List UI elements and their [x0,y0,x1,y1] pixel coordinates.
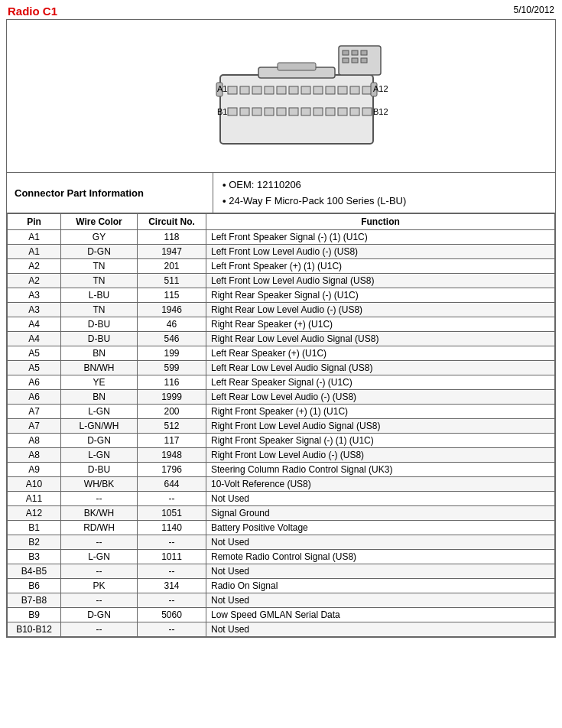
info-section: Connector Part Information OEM: 12110206… [7,173,555,213]
svg-rect-32 [361,50,367,55]
table-row: A4D-BU46Right Rear Speaker (+) (U1C) [8,317,555,332]
cell-wire: BN [61,346,138,361]
header-wire: Wire Color [61,214,138,230]
svg-rect-4 [265,86,274,94]
svg-rect-8 [313,86,323,94]
svg-rect-22 [338,108,347,115]
cell-pin: A10 [8,477,61,492]
oem-series: 24-Way F Micro-Pack 100 Series (L-BU) [223,195,406,206]
cell-function: Left Rear Speaker (+) (U1C) [206,346,555,361]
svg-rect-16 [265,108,274,115]
cell-circuit: 199 [138,346,206,361]
cell-function: Low Speed GMLAN Serial Data [206,608,555,622]
cell-wire: RD/WH [61,521,138,535]
cell-circuit: 644 [138,477,206,492]
svg-rect-17 [277,108,286,115]
cell-circuit: 1051 [138,506,206,521]
svg-rect-12 [362,86,372,94]
table-row: A5BN/WH599Left Rear Low Level Audio Sign… [8,361,555,375]
svg-text:A1: A1 [217,84,227,93]
cell-circuit: 546 [138,332,206,346]
cell-wire: D-GN [61,608,138,622]
table-row: A11----Not Used [8,492,555,506]
page-title: Radio C1 [8,5,57,18]
connector-info-cell: Connector Part Information [7,173,213,213]
cell-function: Left Rear Low Level Audio (-) (US8) [206,390,555,405]
cell-pin: A8 [8,448,61,463]
diagram-section: A1 B1 A12 B12 [7,20,555,173]
table-row: B7-B8----Not Used [8,593,555,608]
table-row: A6BN1999Left Rear Low Level Audio (-) (U… [8,390,555,405]
table-row: B2----Not Used [8,535,555,550]
cell-circuit: 46 [138,317,206,332]
cell-wire: BN [61,390,138,405]
cell-function: Not Used [206,535,555,550]
cell-function: Right Front Low Level Audio Signal (US8) [206,419,555,434]
table-row: A3L-BU115Right Rear Speaker Signal (-) (… [8,288,555,303]
svg-rect-24 [362,108,372,115]
table-row: B1RD/WH1140Battery Positive Voltage [8,521,555,535]
cell-wire: D-BU [61,317,138,332]
header-circuit: Circuit No. [138,214,206,230]
cell-circuit: 1011 [138,550,206,564]
cell-wire: -- [61,492,138,506]
cell-circuit: 511 [138,274,206,288]
cell-wire: TN [61,274,138,288]
table-row: B6PK314Radio On Signal [8,579,555,593]
cell-wire: D-BU [61,332,138,346]
table-row: B3L-GN1011Remote Radio Control Signal (U… [8,550,555,564]
table-row: A9D-BU1796Steering Column Radio Control … [8,463,555,477]
table-row: A2TN511Left Front Low Level Audio Signal… [8,274,555,288]
cell-pin: A3 [8,303,61,317]
svg-rect-35 [361,58,367,63]
cell-circuit: 117 [138,434,206,448]
cell-circuit: 115 [138,288,206,303]
cell-wire: L-GN [61,405,138,419]
cell-circuit: -- [138,492,206,506]
cell-circuit: 116 [138,375,206,390]
table-row: A12BK/WH1051Signal Ground [8,506,555,521]
table-row: A6YE116Left Rear Speaker Signal (-) (U1C… [8,375,555,390]
cell-circuit: 118 [138,230,206,245]
cell-pin: A4 [8,317,61,332]
cell-circuit: 201 [138,259,206,274]
cell-circuit: 599 [138,361,206,375]
cell-circuit: 1140 [138,521,206,535]
oem-info-cell: OEM: 12110206 24-Way F Micro-Pack 100 Se… [213,173,415,213]
cell-function: Right Front Speaker (+) (1) (U1C) [206,405,555,419]
table-row: A4D-BU546Right Rear Low Level Audio Sign… [8,332,555,346]
cell-pin: B7-B8 [8,593,61,608]
cell-pin: A1 [8,245,61,259]
svg-rect-13 [228,108,237,115]
cell-circuit: -- [138,535,206,550]
svg-rect-19 [301,108,310,115]
cell-pin: A7 [8,405,61,419]
cell-function: Right Rear Speaker Signal (-) (U1C) [206,288,555,303]
cell-circuit: -- [138,593,206,608]
cell-pin: B9 [8,608,61,622]
table-row: A1GY118Left Front Speaker Signal (-) (1)… [8,230,555,245]
cell-wire: -- [61,535,138,550]
svg-rect-5 [277,86,286,94]
svg-rect-9 [326,86,335,94]
cell-circuit: 1946 [138,303,206,317]
cell-circuit: 1796 [138,463,206,477]
table-row: A1D-GN1947Left Front Low Level Audio (-)… [8,245,555,259]
cell-wire: -- [61,564,138,579]
table-row: A10WH/BK64410-Volt Reference (US8) [8,477,555,492]
cell-function: Radio On Signal [206,579,555,593]
svg-rect-10 [338,86,347,94]
cell-pin: A12 [8,506,61,521]
cell-wire: PK [61,579,138,593]
cell-function: Not Used [206,492,555,506]
svg-text:B12: B12 [373,107,388,116]
cell-wire: D-GN [61,245,138,259]
cell-function: Signal Ground [206,506,555,521]
svg-rect-11 [350,86,359,94]
cell-pin: A7 [8,419,61,434]
svg-rect-34 [352,58,358,63]
cell-pin: A2 [8,274,61,288]
cell-wire: -- [61,622,138,637]
cell-function: Right Rear Speaker (+) (U1C) [206,317,555,332]
cell-function: Battery Positive Voltage [206,521,555,535]
